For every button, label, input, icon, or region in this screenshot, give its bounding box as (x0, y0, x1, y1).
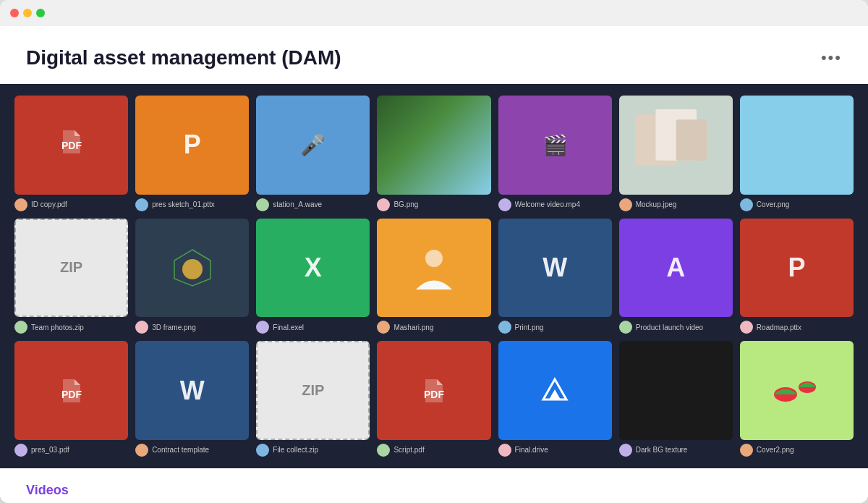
asset-card[interactable]: ZIP Team photos.zip (14, 219, 128, 334)
asset-card[interactable]: 3D frame.png (135, 219, 249, 334)
asset-card[interactable]: PDF Script.pdf (377, 341, 490, 457)
section-title: Videos (26, 483, 842, 498)
file-icon: ZIP (302, 382, 324, 399)
svg-marker-10 (549, 389, 561, 400)
asset-thumbnail: X (256, 219, 370, 318)
asset-info: BG.png (377, 198, 490, 211)
avatar (619, 321, 632, 334)
asset-thumbnail: W (498, 219, 612, 318)
avatar (740, 444, 753, 457)
asset-card[interactable]: X Final.exel (256, 219, 370, 334)
asset-name: Mashari.png (393, 324, 433, 331)
svg-text:PDF: PDF (61, 140, 82, 151)
asset-card[interactable]: Dark BG texture (619, 341, 733, 457)
asset-card[interactable]: W Print.png (498, 219, 612, 334)
avatar (619, 444, 632, 457)
asset-card[interactable]: P pres sketch_01.pttx (135, 96, 249, 211)
asset-info: Script.pdf (377, 444, 490, 457)
file-icon: PDF (57, 127, 86, 162)
asset-card[interactable]: 🎤 station_A.wave (256, 96, 370, 211)
asset-thumbnail: W (135, 341, 249, 440)
asset-name: Final.exel (273, 324, 304, 331)
avatar (135, 321, 148, 334)
asset-card[interactable]: Mashari.png (377, 219, 490, 334)
avatar (377, 444, 390, 457)
page-title: Digital asset management (DAM) (26, 46, 341, 69)
asset-info: pres_03.pdf (14, 444, 128, 457)
asset-info: Contract template (135, 444, 249, 457)
avatar (619, 198, 632, 211)
asset-card[interactable]: PDF pres_03.pdf (14, 341, 128, 457)
page-header: Digital asset management (DAM) ••• (0, 26, 868, 84)
avatar (740, 198, 753, 211)
asset-thumbnail (135, 219, 249, 318)
asset-name: Cover2.png (757, 446, 794, 454)
asset-name: Team photos.zip (31, 324, 84, 331)
asset-thumbnail (740, 341, 854, 440)
avatar (14, 198, 27, 211)
asset-card[interactable]: ZIP File collect.zip (256, 341, 370, 457)
asset-info: Roadmap.pttx (740, 321, 854, 334)
asset-info: Cover.png (740, 198, 854, 211)
asset-card[interactable]: A Product launch video (619, 219, 733, 334)
asset-thumbnail (498, 341, 612, 440)
asset-thumbnail: 🎬 (498, 96, 612, 195)
asset-thumbnail (740, 96, 854, 195)
file-icon: P (788, 253, 805, 283)
minimize-button[interactable] (23, 9, 32, 17)
asset-card[interactable]: PDF ID copy.pdf (14, 96, 128, 211)
asset-card[interactable]: BG.png (377, 96, 490, 211)
asset-card[interactable]: Mockup.jpeg (619, 96, 733, 211)
videos-section: Videos Team Status Specifications Final … (0, 468, 868, 503)
avatar (14, 321, 27, 334)
avatar (377, 321, 390, 334)
asset-thumbnail (619, 96, 733, 195)
asset-card[interactable]: Final.drive (498, 341, 612, 457)
close-button[interactable] (10, 9, 19, 17)
asset-info: pres sketch_01.pttx (135, 198, 249, 211)
svg-point-5 (182, 259, 203, 279)
avatar (498, 198, 511, 211)
asset-thumbnail: P (135, 96, 249, 195)
avatar (256, 321, 269, 334)
svg-rect-3 (676, 119, 706, 161)
asset-thumbnail (377, 219, 490, 318)
avatar (256, 198, 269, 211)
asset-info: Mockup.jpeg (619, 198, 733, 211)
asset-card[interactable]: W Contract template (135, 341, 249, 457)
asset-name: pres sketch_01.pttx (152, 200, 215, 208)
asset-card[interactable]: 🎬 Welcome video.mp4 (498, 96, 612, 211)
content-area: Digital asset management (DAM) ••• PDF I… (0, 26, 868, 503)
avatar (256, 444, 269, 457)
asset-thumbnail: ZIP (14, 219, 128, 318)
asset-info: File collect.zip (256, 444, 370, 457)
more-options-button[interactable]: ••• (821, 48, 842, 67)
svg-text:PDF: PDF (61, 389, 82, 400)
asset-name: Script.pdf (393, 446, 424, 454)
asset-name: Contract template (152, 446, 209, 454)
asset-thumbnail: P (740, 219, 854, 318)
svg-text:PDF: PDF (424, 389, 444, 400)
asset-card[interactable]: P Roadmap.pttx (740, 219, 854, 334)
asset-grid: PDF ID copy.pdf P pres sketch_0 (14, 96, 854, 457)
asset-info: Welcome video.mp4 (498, 198, 612, 211)
asset-name: Cover.png (757, 200, 790, 208)
avatar (740, 321, 753, 334)
maximize-button[interactable] (36, 9, 45, 17)
asset-card[interactable]: Cover2.png (740, 341, 854, 457)
asset-info: Product launch video (619, 321, 733, 334)
asset-card[interactable]: Cover.png (740, 96, 854, 211)
asset-thumbnail: ZIP (256, 341, 370, 440)
asset-name: Print.png (515, 324, 544, 331)
asset-name: Final.drive (515, 446, 548, 454)
file-icon: A (666, 253, 685, 283)
asset-thumbnail: A (619, 219, 733, 318)
asset-thumbnail: PDF (14, 96, 128, 195)
asset-info: Final.exel (256, 321, 370, 334)
asset-name: Product launch video (636, 324, 703, 331)
titlebar (0, 0, 868, 26)
avatar (135, 198, 148, 211)
asset-name: Welcome video.mp4 (515, 200, 580, 208)
file-icon: 🎤 (300, 133, 326, 157)
file-icon: W (180, 376, 205, 406)
